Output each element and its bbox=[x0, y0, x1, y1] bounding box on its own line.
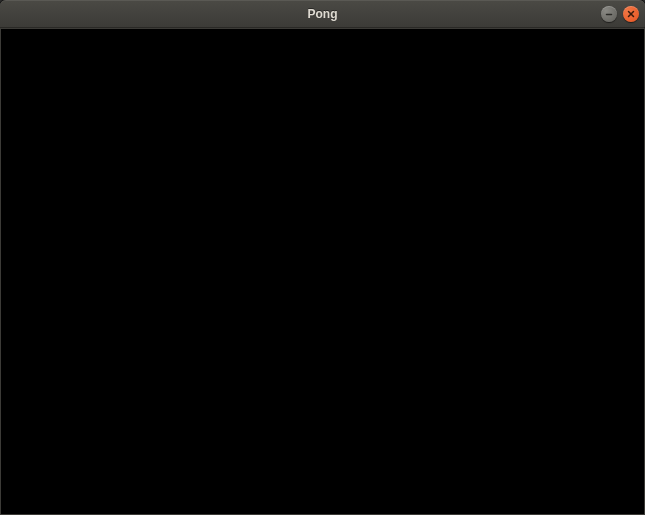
minimize-button[interactable] bbox=[601, 6, 617, 22]
titlebar[interactable]: Pong bbox=[0, 0, 645, 28]
window-title: Pong bbox=[308, 7, 338, 21]
application-window: Pong bbox=[0, 0, 645, 515]
close-icon bbox=[627, 10, 635, 18]
minimize-icon bbox=[605, 10, 613, 18]
game-canvas[interactable] bbox=[1, 29, 644, 514]
window-content bbox=[0, 28, 645, 515]
close-button[interactable] bbox=[623, 6, 639, 22]
window-controls bbox=[601, 6, 639, 22]
